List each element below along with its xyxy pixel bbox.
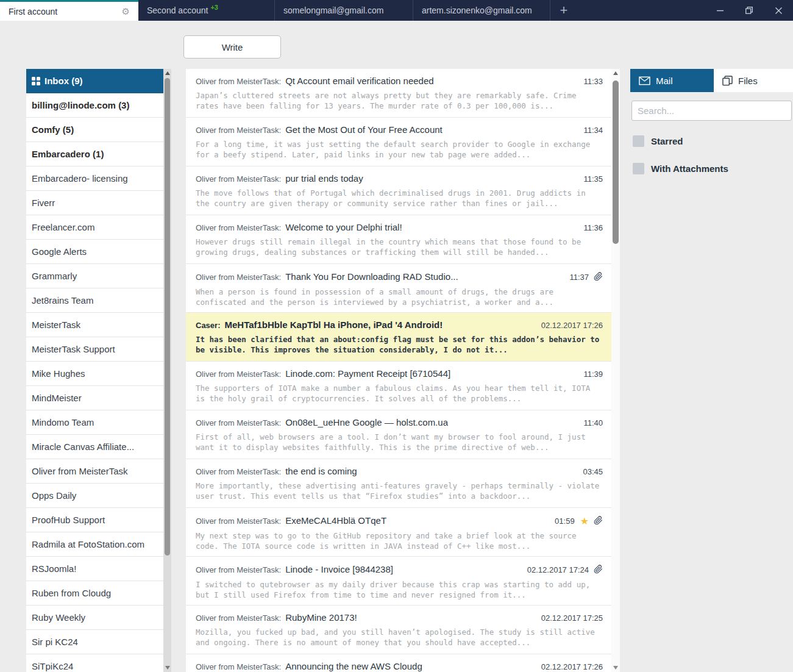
checkbox-with-attachments[interactable] — [633, 163, 644, 174]
email-row[interactable]: Oliver from MeisterTask: Announcing the … — [186, 654, 611, 672]
folder-sidebar: Inbox (9) billing@linode.com (3) Comfy (… — [26, 69, 163, 672]
sidebar-folder-item[interactable]: billing@linode.com (3) — [26, 93, 163, 118]
email-time: 11:33 — [583, 77, 603, 86]
scroll-up-icon[interactable] — [611, 71, 620, 75]
email-subject: Welcome to your Delphi trial! — [285, 222, 402, 232]
folder-label: Mindomo Team — [32, 417, 94, 427]
email-row[interactable]: Oliver from MeisterTask: Thank You For D… — [186, 264, 611, 313]
scroll-down-icon[interactable] — [611, 666, 620, 670]
filter-with-attachments[interactable]: With Attachments — [633, 163, 793, 174]
tab-first-account[interactable]: First account ⚙ — [0, 0, 138, 21]
add-account-button[interactable]: + — [550, 0, 577, 21]
tab-label: artem.sizonenko@gmail.com — [422, 5, 532, 15]
email-row[interactable]: Oliver from MeisterTask: Welcome to your… — [186, 215, 611, 264]
sidebar-folder-item[interactable]: Opps Daily — [26, 484, 163, 508]
email-sender: Caser: — [196, 321, 220, 330]
unread-badge: +3 — [210, 4, 218, 11]
folder-label: MeisterTask Support — [32, 344, 115, 354]
sidebar-folder-item[interactable]: MeisterTask — [26, 313, 163, 337]
folder-label: Embarcadero (1) — [32, 149, 104, 159]
sidebar-folder-item[interactable]: Mike Hughes — [26, 362, 163, 386]
email-row[interactable]: Oliver from MeisterTask: On08eL_ueHne Go… — [186, 410, 611, 459]
write-button[interactable]: Write — [183, 35, 281, 59]
sidebar-folder-item[interactable]: Embarcadero (1) — [26, 142, 163, 166]
scroll-up-icon[interactable] — [163, 71, 171, 75]
email-row[interactable]: Oliver from MeisterTask: pur trial ends … — [186, 166, 611, 215]
email-time: 02.12.2017 17:25 — [541, 613, 603, 623]
folder-label: SiTpiKc24 — [32, 661, 73, 671]
minimize-button[interactable] — [705, 0, 734, 21]
tab-somelongmail[interactable]: somelongmail@gmail.com — [275, 0, 413, 21]
paperclip-icon — [594, 272, 603, 284]
sidebar-scrollbar-thumb[interactable] — [165, 78, 170, 556]
sidebar-folder-item[interactable]: MindMeister — [26, 386, 163, 410]
search-input[interactable] — [631, 101, 792, 121]
paperclip-icon — [594, 565, 603, 576]
tab-second-account[interactable]: Second account +3 — [138, 0, 275, 21]
email-time: 11:35 — [583, 174, 603, 184]
email-row[interactable]: Oliver from MeisterTask: RubyMine 20173!… — [186, 606, 611, 654]
folder-label: Freelancer.com — [32, 222, 94, 232]
star-icon[interactable]: ★ — [580, 517, 589, 526]
list-scrollbar[interactable] — [611, 69, 620, 672]
folder-label: Comfy (5) — [32, 124, 74, 135]
email-time: 02.12.2017 17:26 — [541, 321, 603, 330]
sidebar-folder-item[interactable]: Google Alerts — [26, 240, 163, 264]
email-sender: Oliver from MeisterTask: — [196, 126, 281, 135]
email-preview: I switched to qutebrowser as my daily dr… — [196, 579, 603, 600]
sidebar-scrollbar[interactable] — [163, 69, 171, 672]
sidebar-folder-item[interactable]: Ruben from Cloudg — [26, 581, 163, 606]
tab-artem-sizonenko[interactable]: artem.sizonenko@gmail.com — [413, 0, 550, 21]
email-row[interactable]: Caser: MeHTaf1bHble KapTbl Ha iPhone, iP… — [186, 313, 611, 362]
sidebar-folder-item[interactable]: Mindomo Team — [26, 410, 163, 435]
email-row[interactable]: Oliver from MeisterTask: the end is comi… — [186, 459, 611, 508]
folder-label: Google Alerts — [32, 246, 87, 257]
sidebar-folder-item[interactable]: Oliver from MeisterTask — [26, 459, 163, 484]
email-row[interactable]: Oliver from MeisterTask: Qt Account emai… — [186, 69, 611, 118]
sidebar-folder-item[interactable]: ProofHub Support — [26, 508, 163, 532]
filter-starred[interactable]: Starred — [633, 135, 793, 147]
checkbox-starred[interactable] — [633, 135, 644, 147]
email-row[interactable]: Oliver from MeisterTask: Linode.com: Pay… — [186, 362, 611, 410]
sidebar-folder-item[interactable]: Inbox (9) — [26, 69, 163, 93]
panel-tab-label: Files — [738, 76, 758, 86]
email-subject: RubyMine 20173! — [285, 612, 357, 623]
sidebar-folder-item[interactable]: MeisterTask Support — [26, 337, 163, 362]
gear-icon[interactable]: ⚙ — [122, 7, 130, 16]
email-subject: pur trial ends today — [285, 173, 363, 184]
sidebar-folder-item[interactable]: Jet8rains Team — [26, 288, 163, 313]
email-row[interactable]: Oliver from MeisterTask: Get the Most Ou… — [186, 118, 611, 166]
folder-label: billing@linode.com (3) — [32, 100, 129, 110]
scroll-down-icon[interactable] — [163, 666, 171, 670]
email-time: 11:40 — [583, 418, 603, 427]
folder-label: Inbox (9) — [44, 76, 83, 86]
list-scrollbar-thumb[interactable] — [613, 80, 619, 244]
folder-label: Embarcadero- licensing — [32, 173, 128, 184]
email-sender: Oliver from MeisterTask: — [196, 565, 281, 574]
restore-button[interactable] — [734, 0, 764, 21]
sidebar-folder-item[interactable]: Ruby Weekly — [26, 606, 163, 630]
sidebar-folder-item[interactable]: Radmila at FotoStation.com — [26, 532, 163, 557]
sidebar-folder-item[interactable]: Freelancer.com — [26, 215, 163, 240]
email-list: Oliver from MeisterTask: Qt Account emai… — [186, 69, 611, 672]
tab-label: Second account — [147, 5, 208, 15]
sidebar-folder-item[interactable]: Miracle Canvas Affiliate... — [26, 435, 163, 459]
files-icon — [722, 76, 733, 86]
tab-mail[interactable]: Mail — [630, 69, 714, 92]
email-row[interactable]: Oliver from MeisterTask: ExeMeCAL4Hblä O… — [186, 508, 611, 557]
sidebar-folder-item[interactable]: RSJoomla! — [26, 557, 163, 581]
tab-files[interactable]: Files — [714, 69, 793, 92]
sidebar-folder-item[interactable]: Embarcadero- licensing — [26, 166, 163, 191]
sidebar-folder-item[interactable]: SiTpiKc24 — [26, 654, 163, 672]
email-preview: My next step was to go to the GitHub rep… — [196, 531, 603, 551]
sidebar-folder-item[interactable]: Comfy (5) — [26, 118, 163, 142]
sidebar-folder-item[interactable]: Fiverr — [26, 191, 163, 215]
sidebar-folder-item[interactable]: Grammarly — [26, 264, 163, 288]
sidebar-folder-item[interactable]: Sir pi KC24 — [26, 630, 163, 654]
email-sender: Oliver from MeisterTask: — [196, 370, 281, 379]
email-time: 11:37 — [569, 273, 589, 282]
close-button[interactable] — [764, 0, 793, 21]
email-sender: Oliver from MeisterTask: — [196, 273, 281, 282]
grid-icon — [32, 77, 40, 85]
email-row[interactable]: Oliver from MeisterTask: Linode - Invoic… — [186, 557, 611, 606]
